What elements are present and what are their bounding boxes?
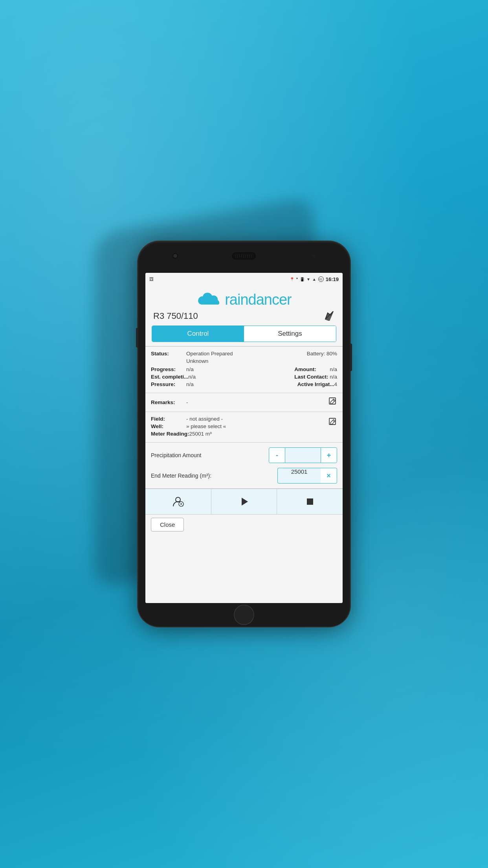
device-title-row: R3 750/110 <box>152 310 336 322</box>
end-meter-clear-button[interactable]: × <box>321 468 337 484</box>
svg-line-5 <box>333 420 334 422</box>
person-action-button[interactable] <box>145 489 211 514</box>
precipitation-input[interactable] <box>285 447 321 463</box>
status-time: 16:19 <box>326 276 339 282</box>
logo-container: raindancer <box>196 291 292 308</box>
end-meter-label: End Meter Reading (m³): <box>151 473 277 479</box>
status-value: Operation Prepared <box>186 351 233 357</box>
input-section: Precipitation Amount - + End Meter Readi… <box>145 443 343 489</box>
status-bar: 🖼 📍 * 📳 ▼ ▲ 61 16:19 <box>145 273 343 285</box>
action-buttons <box>145 489 343 514</box>
tab-control[interactable]: Control <box>152 326 244 342</box>
precipitation-label: Precipitation Amount <box>151 452 269 458</box>
amount-value: n/a <box>330 366 337 372</box>
est-completion-label: Est. completi... <box>151 374 188 380</box>
tab-settings[interactable]: Settings <box>244 326 336 342</box>
app-header: raindancer R3 750/110 Control Settings <box>145 285 343 346</box>
battery-text: Battery: 80% <box>307 351 337 357</box>
field-well-section: Field: - not assigned - Well: » please s… <box>145 412 343 443</box>
phone-screen: 🖼 📍 * 📳 ▼ ▲ 61 16:19 raindancer <box>145 273 343 603</box>
top-bezel <box>138 241 350 273</box>
progress-label: Progress: <box>151 366 186 372</box>
field-value: - not assigned - <box>186 416 337 422</box>
precipitation-row: Precipitation Amount - + <box>151 447 337 463</box>
status-bar-right: 📍 * 📳 ▼ ▲ 61 16:19 <box>290 276 339 282</box>
content-area: Status: Operation Prepared Battery: 80% … <box>145 347 343 603</box>
pressure-label: Pressure: <box>151 381 186 387</box>
front-camera <box>172 253 178 259</box>
est-completion-value: n/a <box>188 374 290 380</box>
pressure-value: n/a <box>186 381 294 387</box>
status-section: Status: Operation Prepared Battery: 80% … <box>145 347 343 393</box>
meter-reading-value: 25001 m³ <box>189 431 337 437</box>
home-button[interactable] <box>234 605 254 625</box>
vibrate-icon: 📳 <box>300 277 305 281</box>
volume-button[interactable] <box>136 328 138 348</box>
remarks-label: Remarks: <box>151 399 186 405</box>
signal-icon: ▲ <box>312 277 316 281</box>
status-main-row: Status: Operation Prepared Battery: 80% <box>151 351 337 357</box>
remarks-section: Remarks: - <box>145 393 343 412</box>
tab-bar: Control Settings <box>152 326 336 342</box>
map-icon[interactable] <box>324 310 335 322</box>
status-label: Status: <box>151 351 186 357</box>
remarks-value: - <box>186 399 328 405</box>
well-row: Well: » please select « <box>151 423 337 429</box>
device-title: R3 750/110 <box>153 311 198 321</box>
well-label: Well: <box>151 423 186 429</box>
battery-circle: 61 <box>318 276 324 282</box>
svg-line-3 <box>333 400 334 401</box>
precipitation-plus-button[interactable]: + <box>321 447 337 463</box>
meter-reading-label: Meter Reading: <box>151 431 189 437</box>
wifi-icon: ▼ <box>306 277 310 281</box>
active-irrigat-label: Active Irrigat... <box>297 381 334 387</box>
precipitation-minus-button[interactable]: - <box>269 447 285 463</box>
svg-rect-11 <box>307 498 313 505</box>
field-row: Field: - not assigned - <box>151 416 337 422</box>
close-button[interactable]: Close <box>151 518 184 531</box>
stop-action-button[interactable] <box>277 489 343 514</box>
remarks-edit-icon[interactable] <box>328 397 337 408</box>
notification-icon: 🖼 <box>149 277 154 281</box>
earpiece-speaker <box>232 252 256 259</box>
field-edit-icon[interactable] <box>328 417 337 428</box>
well-value: » please select « <box>186 423 337 429</box>
progress-amount-row: Progress: n/a Amount: n/a <box>151 366 337 372</box>
end-meter-controls: 25001 × <box>277 468 337 484</box>
field-label: Field: <box>151 416 186 422</box>
status-bar-left: 🖼 <box>149 277 154 281</box>
active-irrigat-value: 4 <box>334 381 337 387</box>
close-bar: Close <box>145 514 343 535</box>
end-meter-row: End Meter Reading (m³): 25001 × <box>151 468 337 484</box>
location-icon: 📍 <box>290 277 294 281</box>
logo-cloud-icon <box>196 291 223 308</box>
est-lastcontact-row: Est. completi... n/a Last Contact: n/a <box>151 374 337 380</box>
play-action-button[interactable] <box>211 489 277 514</box>
bluetooth-icon: * <box>296 277 298 281</box>
power-button[interactable] <box>350 344 352 371</box>
svg-marker-10 <box>242 498 248 506</box>
status-sub-row: Unknown <box>186 358 337 364</box>
last-contact-value: n/a <box>330 374 337 380</box>
bottom-bezel <box>138 603 350 627</box>
progress-value: n/a <box>186 366 290 372</box>
remarks-content: Remarks: - <box>151 399 328 405</box>
app-name-text: raindancer <box>225 292 292 307</box>
last-contact-label: Last Contact: <box>294 374 330 380</box>
proximity-sensor <box>312 254 316 257</box>
pressure-activeirrigat-row: Pressure: n/a Active Irrigat... 4 <box>151 381 337 387</box>
end-meter-input[interactable]: 25001 <box>277 468 321 484</box>
meter-reading-row: Meter Reading: 25001 m³ <box>151 431 337 437</box>
svg-marker-1 <box>325 311 333 321</box>
phone-device: 🖼 📍 * 📳 ▼ ▲ 61 16:19 raindancer <box>138 241 350 627</box>
amount-label: Amount: <box>294 366 330 372</box>
status-sub-value: Unknown <box>186 358 337 364</box>
precipitation-controls: - + <box>269 447 337 463</box>
